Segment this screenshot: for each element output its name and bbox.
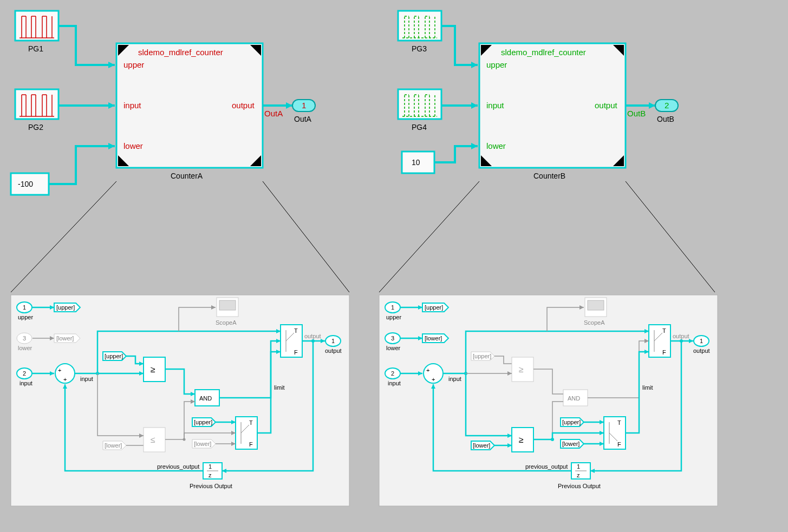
svg-marker-30 <box>108 62 115 68</box>
pg3-label: PG3 <box>412 44 427 53</box>
svg-text:≥: ≥ <box>151 365 155 374</box>
subsystem-left: 1 upper [upper] 3 lower [lower] 2 input … <box>11 295 349 506</box>
pg3-block[interactable] <box>398 11 441 41</box>
simulink-diagram: PG1 PG2 -100 s <box>0 0 788 532</box>
svg-text:1: 1 <box>577 463 580 470</box>
proj-line <box>626 181 715 292</box>
counterA-port-upper: upper <box>123 60 144 69</box>
svg-text:2: 2 <box>391 370 394 377</box>
proj-line <box>11 181 116 292</box>
svg-text:1: 1 <box>23 304 26 311</box>
svg-text:previous_output: previous_output <box>525 463 568 470</box>
left-model: PG1 PG2 -100 s <box>11 11 315 195</box>
svg-marker-68 <box>649 102 655 109</box>
svg-text:input: input <box>448 376 461 382</box>
svg-text:AND: AND <box>199 395 212 402</box>
wire-pg3 <box>441 26 478 65</box>
svg-text:+: + <box>426 367 429 373</box>
svg-text:T: T <box>249 419 253 426</box>
subsystem-right: 1 upper [upper] 3 lower [lower] 2 input … <box>379 295 718 506</box>
svg-marker-31 <box>108 102 115 109</box>
svg-marker-33 <box>286 102 292 109</box>
svg-text:F: F <box>662 349 666 356</box>
pg4-block[interactable] <box>398 89 441 119</box>
svg-text:[lower]: [lower] <box>562 441 579 447</box>
svg-text:Previous Output: Previous Output <box>190 483 232 489</box>
svg-text:AND: AND <box>568 395 580 402</box>
outB-label: OutB <box>657 115 674 123</box>
svg-text:≥: ≥ <box>519 365 524 374</box>
svg-text:input: input <box>19 380 32 386</box>
svg-marker-67 <box>471 143 478 149</box>
svg-text:[upper]: [upper] <box>105 353 123 359</box>
svg-text:≤: ≤ <box>151 435 155 444</box>
counterA-port-lower: lower <box>123 141 143 150</box>
svg-marker-65 <box>471 62 478 68</box>
svg-text:3: 3 <box>391 335 394 341</box>
svg-text:z: z <box>209 472 212 478</box>
svg-text:[lower]: [lower] <box>56 335 74 341</box>
svg-text:1: 1 <box>391 304 394 311</box>
svg-text:1: 1 <box>209 463 212 470</box>
subL-outer-switch[interactable] <box>281 325 302 357</box>
svg-text:output: output <box>673 333 689 339</box>
outB-num: 2 <box>665 101 669 110</box>
svg-text:+: + <box>432 376 435 383</box>
const-right-value: 10 <box>412 158 420 167</box>
svg-text:[upper]: [upper] <box>473 353 491 359</box>
svg-text:[lower]: [lower] <box>194 441 211 447</box>
svg-text:[upper]: [upper] <box>194 419 212 425</box>
svg-text:1: 1 <box>331 338 335 344</box>
svg-marker-32 <box>108 143 115 149</box>
svg-text:[upper]: [upper] <box>425 304 443 311</box>
pg1-block[interactable] <box>15 11 58 41</box>
subL-inner-switch[interactable] <box>236 417 257 449</box>
svg-text:limit: limit <box>642 384 653 391</box>
svg-text:[upper]: [upper] <box>562 419 581 425</box>
svg-point-173 <box>551 438 554 441</box>
svg-text:[lower]: [lower] <box>105 442 122 449</box>
svg-text:ScopeA: ScopeA <box>216 319 237 326</box>
svg-text:input: input <box>80 376 93 382</box>
right-model: PG3 PG4 10 sld <box>398 11 678 180</box>
svg-text:F: F <box>617 441 621 448</box>
svg-text:upper: upper <box>386 314 401 320</box>
svg-text:T: T <box>662 327 666 334</box>
svg-text:F: F <box>249 441 253 448</box>
svg-text:limit: limit <box>274 384 285 391</box>
outA-num: 1 <box>302 101 306 110</box>
counterA-title: sldemo_mdlref_counter <box>138 48 223 57</box>
pg2-block[interactable] <box>15 89 58 119</box>
proj-line <box>263 181 349 292</box>
counterB-port-lower: lower <box>486 141 506 150</box>
svg-text:≥: ≥ <box>519 435 524 444</box>
subR-outer-switch[interactable] <box>649 325 670 357</box>
svg-rect-97 <box>219 300 236 310</box>
svg-text:+: + <box>63 376 67 383</box>
counterA-port-output: output <box>232 101 255 110</box>
pg2-label: PG2 <box>28 123 43 132</box>
svg-text:T: T <box>294 327 298 334</box>
svg-text:previous_output: previous_output <box>157 463 199 470</box>
proj-line <box>379 181 479 292</box>
svg-text:z: z <box>577 472 580 478</box>
svg-text:output: output <box>325 347 342 354</box>
svg-rect-160 <box>588 300 604 310</box>
svg-text:input: input <box>388 380 401 386</box>
svg-text:1: 1 <box>700 338 703 344</box>
counterA-port-input: input <box>123 101 141 110</box>
svg-text:2: 2 <box>23 370 26 377</box>
svg-text:upper: upper <box>18 314 33 320</box>
const-left-value: -100 <box>18 180 33 188</box>
counterB-port-input: input <box>486 101 504 110</box>
svg-marker-66 <box>471 102 478 109</box>
svg-text:Previous Output: Previous Output <box>558 483 601 489</box>
svg-text:output: output <box>693 347 710 354</box>
subR-inner-switch[interactable] <box>604 417 626 449</box>
counterB-label: CounterB <box>533 172 565 180</box>
svg-text:lower: lower <box>18 345 32 351</box>
outB-signal: OutB <box>627 109 646 118</box>
svg-text:T: T <box>617 419 621 426</box>
svg-text:3: 3 <box>23 335 26 341</box>
svg-text:[upper]: [upper] <box>56 304 75 311</box>
